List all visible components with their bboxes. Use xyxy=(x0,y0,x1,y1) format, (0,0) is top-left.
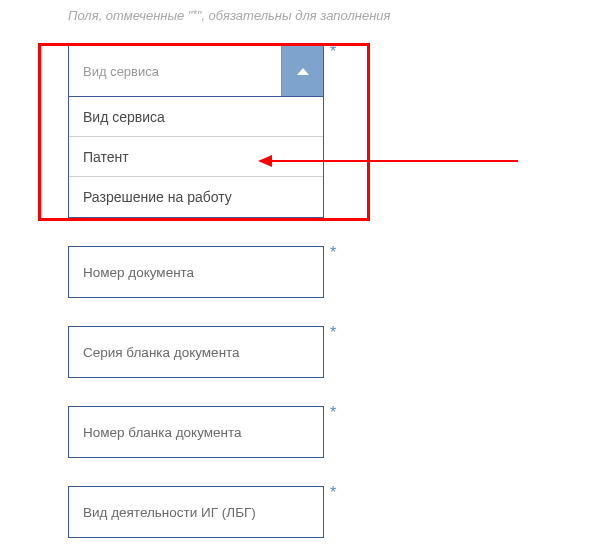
dropdown-option-service-type[interactable]: Вид сервиса xyxy=(69,97,323,137)
instruction-prefix: Поля, отмеченные " xyxy=(68,8,192,23)
service-type-dropdown[interactable]: Вид сервиса Вид сервиса Патент Разрешени… xyxy=(68,45,324,218)
required-asterisk: * xyxy=(330,484,336,502)
required-asterisk: * xyxy=(330,244,336,262)
activity-type-row: Вид деятельности ИГ (ЛБГ) * xyxy=(68,486,600,538)
dropdown-option-patent[interactable]: Патент xyxy=(69,137,323,177)
required-asterisk: * xyxy=(330,404,336,422)
activity-type-input[interactable]: Вид деятельности ИГ (ЛБГ) xyxy=(68,486,324,538)
blank-number-input[interactable]: Номер бланка документа xyxy=(68,406,324,458)
document-number-input[interactable]: Номер документа xyxy=(68,246,324,298)
dropdown-toggle-button[interactable] xyxy=(281,46,323,96)
field-placeholder: Серия бланка документа xyxy=(83,345,240,360)
chevron-up-icon xyxy=(297,68,309,75)
required-asterisk: * xyxy=(330,324,336,342)
dropdown-option-work-permit[interactable]: Разрешение на работу xyxy=(69,177,323,217)
dropdown-header[interactable]: Вид сервиса xyxy=(68,45,324,97)
instruction-text: Поля, отмеченные "*", обязательны для за… xyxy=(68,8,600,23)
service-type-row: Вид сервиса Вид сервиса Патент Разрешени… xyxy=(68,45,600,218)
dropdown-placeholder: Вид сервиса xyxy=(69,46,281,96)
field-placeholder: Номер бланка документа xyxy=(83,425,242,440)
instruction-suffix: ", обязательны для заполнения xyxy=(197,8,391,23)
blank-series-input[interactable]: Серия бланка документа xyxy=(68,326,324,378)
field-placeholder: Вид деятельности ИГ (ЛБГ) xyxy=(83,505,256,520)
dropdown-list: Вид сервиса Патент Разрешение на работу xyxy=(68,97,324,218)
blank-series-row: Серия бланка документа * xyxy=(68,326,600,378)
required-asterisk: * xyxy=(330,43,336,61)
fields-list: Номер документа * Серия бланка документа… xyxy=(68,246,600,552)
document-number-row: Номер документа * xyxy=(68,246,600,298)
field-placeholder: Номер документа xyxy=(83,265,194,280)
blank-number-row: Номер бланка документа * xyxy=(68,406,600,458)
form-container: Поля, отмеченные "*", обязательны для за… xyxy=(0,0,600,552)
